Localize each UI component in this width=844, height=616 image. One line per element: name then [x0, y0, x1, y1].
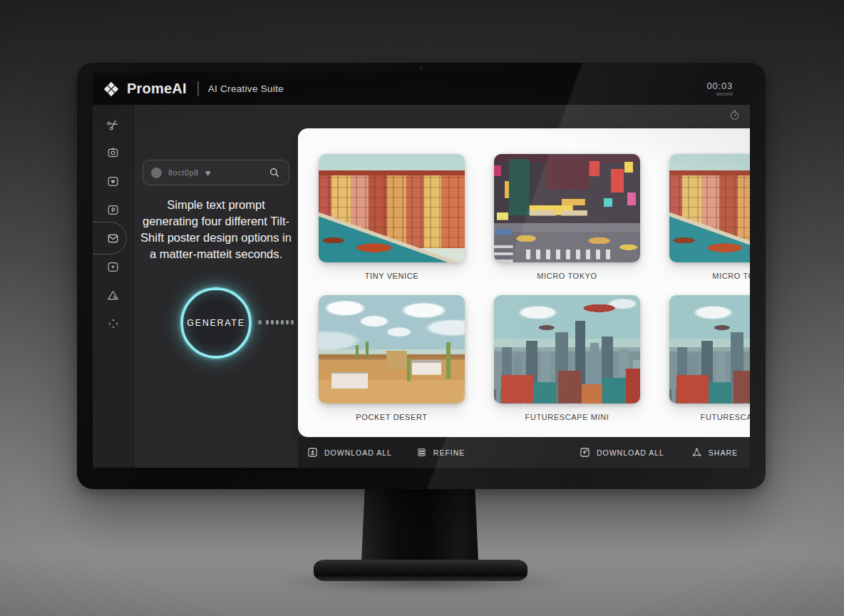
timer-value: 00:03 [706, 81, 733, 91]
search-icon[interactable] [268, 166, 281, 179]
result-title: TINY VENICE [319, 272, 465, 280]
desk-background: PromeAI AI Creative Suite 00:03 second [0, 0, 844, 616]
result-thumbnail [319, 154, 465, 262]
monitor-stand-base [314, 560, 528, 581]
sidebar-item-generations[interactable] [93, 224, 133, 252]
share-icon [691, 447, 702, 458]
expand-arrows-icon [107, 317, 120, 330]
prompt-panel: 8oct0p8 ♥ Simple text prompt generating … [134, 105, 298, 468]
scissors-icon [106, 118, 120, 131]
p-badge-icon [106, 203, 120, 217]
refine-list-icon [416, 447, 427, 458]
result-card[interactable]: POCKET DESERT [319, 295, 465, 421]
sidebar [93, 105, 134, 468]
heart-badge-icon [106, 175, 120, 188]
generate-button[interactable]: GENERATE [180, 287, 252, 359]
prism-icon [106, 289, 120, 302]
avatar-dot [151, 168, 162, 178]
result-thumbnail [319, 295, 465, 404]
result-title: MICRO TOKYO [669, 272, 750, 280]
brand: PromeAI AI Creative Suite [102, 80, 284, 98]
result-card[interactable]: FUTURESCAPE MINI [669, 295, 750, 421]
result-title: FUTURESCAPE MINI [494, 413, 640, 421]
monitor-bezel: PromeAI AI Creative Suite 00:03 second [77, 63, 766, 489]
timer-unit: second [716, 92, 733, 97]
result-thumbnail [494, 295, 640, 404]
result-title: MICRO TOKYO [494, 272, 640, 280]
download-icon [307, 447, 318, 458]
sidebar-item-favorites[interactable] [93, 167, 133, 195]
toolbar-right-group: DOWNLOAD ALL SHARE [580, 447, 738, 458]
refine-button[interactable]: REFINE [416, 447, 465, 458]
download-box-icon [580, 447, 590, 458]
share-label: SHARE [709, 448, 738, 457]
prompt-input[interactable]: 8oct0p8 ♥ [143, 160, 289, 185]
webcam-dot [419, 66, 423, 70]
result-card[interactable]: TINY VENICE [319, 154, 465, 280]
sidebar-item-prism[interactable] [93, 281, 133, 309]
brand-name: PromeAI [127, 81, 187, 97]
result-card[interactable]: FUTURESCAPE MINI [494, 295, 640, 421]
result-title: FUTURESCAPE MINI [669, 413, 750, 421]
app-topbar: PromeAI AI Creative Suite 00:03 second [93, 73, 750, 105]
result-card[interactable]: MICRO TOKYO [494, 154, 640, 280]
brand-divider [197, 81, 199, 96]
download-all-secondary-label: DOWNLOAD ALL [597, 448, 664, 457]
monitor-stand-neck [361, 485, 478, 562]
feature-description: Simple text prompt generating four diffe… [140, 197, 292, 262]
session-timer: 00:03 second [706, 81, 733, 97]
results-grid: TINY VENICE MICRO TOKYO MICRO TOKYO [298, 128, 750, 421]
brand-suite-label: AI Creative Suite [208, 83, 284, 94]
sidebar-item-expand[interactable] [93, 309, 133, 338]
sidebar-item-camera[interactable] [93, 138, 133, 167]
result-thumbnail [669, 295, 750, 404]
heart-icon: ♥ [205, 168, 211, 178]
progress-dots [258, 320, 294, 324]
results-panel: TINY VENICE MICRO TOKYO MICRO TOKYO [298, 128, 750, 437]
result-thumbnail [494, 154, 640, 262]
result-title: POCKET DESERT [319, 413, 465, 421]
mail-icon [106, 232, 120, 245]
prompt-placeholder: 8oct0p8 [168, 168, 199, 177]
app-screen: PromeAI AI Creative Suite 00:03 second [93, 73, 750, 468]
timer-icon[interactable] [729, 109, 741, 121]
result-card[interactable]: MICRO TOKYO [669, 154, 750, 280]
results-area: TINY VENICE MICRO TOKYO MICRO TOKYO [298, 105, 750, 468]
promeai-diamond-icon [102, 80, 120, 98]
download-all-secondary-button[interactable]: DOWNLOAD ALL [580, 447, 664, 458]
sidebar-item-projects[interactable] [93, 195, 133, 224]
sidebar-item-cut-tool[interactable] [93, 110, 133, 138]
download-all-button[interactable]: DOWNLOAD ALL [307, 447, 392, 458]
sidebar-item-select[interactable] [93, 252, 133, 281]
generate-button-label: GENERATE [187, 318, 245, 328]
refine-label: REFINE [433, 448, 465, 457]
share-button[interactable]: SHARE [691, 447, 738, 458]
download-all-label: DOWNLOAD ALL [324, 448, 392, 457]
result-thumbnail [669, 154, 750, 262]
camera-icon [106, 146, 120, 160]
results-toolbar: DOWNLOAD ALL REFINE [298, 437, 750, 468]
cursor-badge-icon [106, 260, 120, 274]
